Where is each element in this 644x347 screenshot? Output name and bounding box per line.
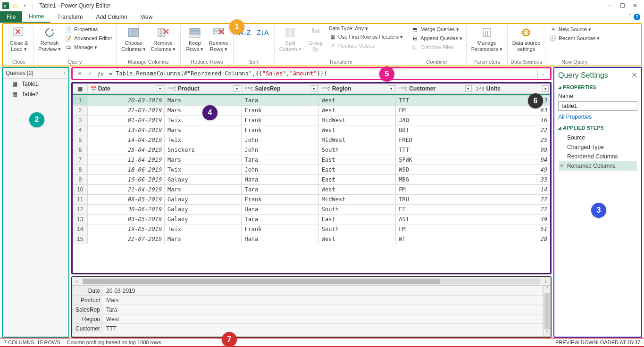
row-number[interactable]: 6 bbox=[73, 145, 88, 155]
cell-salesrep[interactable]: John bbox=[242, 135, 318, 145]
cell-customer[interactable]: WSD bbox=[396, 165, 473, 175]
choose-columns-button[interactable]: Choose Columns ▾ bbox=[119, 25, 148, 53]
cell-units[interactable]: 25 bbox=[473, 135, 550, 145]
table-row[interactable]: 1522-07-2019MarsHanaWestWT28 bbox=[73, 234, 550, 244]
cell-customer[interactable]: TTT bbox=[396, 145, 473, 155]
table-row[interactable]: 1230-06-2019GalaxyHanaSouthET77 bbox=[73, 205, 550, 215]
cell-customer[interactable]: JAQ bbox=[396, 116, 473, 125]
cell-region[interactable]: East bbox=[318, 165, 395, 175]
cell-region[interactable]: West bbox=[318, 106, 395, 116]
cell-date[interactable]: 13-04-2019 bbox=[87, 125, 164, 135]
data-source-settings-button[interactable]: Data source settings bbox=[510, 25, 542, 53]
smiley-icon[interactable]: ☺ bbox=[11, 2, 19, 9]
keep-rows-button[interactable]: Keep Rows ▾ bbox=[184, 25, 206, 53]
cell-customer[interactable]: MBG bbox=[396, 175, 473, 185]
filter-dropdown-icon[interactable]: ▾ bbox=[542, 85, 549, 92]
column-header[interactable]: ᴬᴮCRegion▾ bbox=[318, 84, 395, 94]
cell-region[interactable]: West bbox=[318, 125, 395, 135]
detail-vscroll[interactable]: ˄ ˅ bbox=[543, 286, 551, 337]
cell-region[interactable]: South bbox=[318, 224, 395, 234]
filter-dropdown-icon[interactable]: ▾ bbox=[465, 85, 472, 92]
close-settings-icon[interactable]: ✕ bbox=[631, 71, 637, 80]
accept-formula-button[interactable]: ✓ bbox=[85, 69, 95, 78]
applied-step[interactable]: Source bbox=[559, 133, 637, 142]
scroll-left-icon[interactable]: ‹ bbox=[72, 278, 82, 285]
cell-units[interactable]: 33 bbox=[473, 175, 550, 185]
cell-salesrep[interactable]: Tara bbox=[242, 96, 318, 106]
scroll-down-icon[interactable]: ˅ bbox=[544, 330, 551, 337]
sort-desc-button[interactable]: Z↓A bbox=[254, 25, 271, 40]
cell-product[interactable]: Galaxy bbox=[165, 175, 242, 185]
remove-columns-button[interactable]: Remove Columns ▾ bbox=[149, 25, 177, 53]
row-number[interactable]: 10 bbox=[73, 185, 88, 195]
cell-date[interactable]: 19-06-2019 bbox=[87, 175, 164, 185]
cancel-formula-button[interactable]: ✕ bbox=[75, 69, 85, 78]
scroll-right-icon[interactable]: › bbox=[541, 278, 551, 285]
cell-date[interactable]: 14-04-2019 bbox=[87, 135, 164, 145]
cell-region[interactable]: MidWest bbox=[318, 195, 395, 205]
row-number[interactable]: 4 bbox=[73, 125, 88, 135]
tab-transform[interactable]: Transform bbox=[50, 11, 89, 23]
cell-units[interactable]: 51 bbox=[473, 224, 550, 234]
cell-date[interactable]: 30-06-2019 bbox=[87, 205, 164, 215]
cell-salesrep[interactable]: Hana bbox=[242, 234, 318, 244]
detail-hscroll[interactable]: ‹ › bbox=[72, 277, 551, 286]
cell-units[interactable]: 22 bbox=[473, 125, 550, 135]
row-number[interactable]: 1 bbox=[73, 96, 88, 106]
cell-product[interactable]: Twix bbox=[165, 224, 242, 234]
table-row[interactable]: 301-04-2019TwixFrankMidWestJAQ16 bbox=[73, 116, 550, 125]
cell-date[interactable]: 25-04-2019 bbox=[87, 145, 164, 155]
column-header[interactable]: ᴬᴮCCustomer▾ bbox=[396, 84, 473, 94]
cell-salesrep[interactable]: Tara bbox=[242, 155, 318, 165]
cell-salesrep[interactable]: Frank bbox=[242, 116, 318, 125]
applied-step[interactable]: Reordered Columns bbox=[559, 152, 637, 161]
table-row[interactable]: 711-04-2019MarsTaraEastSFWK94 bbox=[73, 155, 550, 165]
cell-customer[interactable]: FM bbox=[396, 224, 473, 234]
filter-dropdown-icon[interactable]: ▾ bbox=[234, 85, 240, 92]
column-header[interactable]: ᴬᴮCSalesRep▾ bbox=[242, 84, 318, 94]
cell-product[interactable]: Galaxy bbox=[165, 195, 242, 205]
group-by-button[interactable]: Group By bbox=[304, 25, 327, 53]
row-number[interactable]: 11 bbox=[73, 195, 88, 205]
cell-customer[interactable]: ET bbox=[396, 205, 473, 215]
row-number[interactable]: 2 bbox=[73, 106, 88, 116]
close-window-button[interactable]: ✕ bbox=[633, 2, 637, 9]
cell-customer[interactable]: SFWK bbox=[396, 155, 473, 165]
table-row[interactable]: 625-04-2019SnickersJohnSouthTTT99 bbox=[73, 145, 550, 155]
applied-step[interactable]: ✕Renamed Columns bbox=[559, 161, 637, 171]
cell-salesrep[interactable]: Frank bbox=[242, 106, 318, 116]
cell-units[interactable]: 77 bbox=[473, 205, 550, 215]
table-row[interactable]: 1021-04-2019MarsTaraWestFM14 bbox=[73, 185, 550, 195]
properties-button[interactable]: 📄Properties bbox=[64, 25, 113, 33]
qat-dropdown-icon[interactable]: ▾ bbox=[21, 2, 28, 9]
cell-product[interactable]: Mars bbox=[165, 185, 242, 195]
cell-region[interactable]: West bbox=[318, 234, 395, 244]
cell-product[interactable]: Mars bbox=[165, 234, 242, 244]
manage-parameters-button[interactable]: {}Manage Parameters ▾ bbox=[469, 25, 504, 53]
cell-units[interactable]: 49 bbox=[473, 215, 550, 224]
scroll-up-icon[interactable]: ˄ bbox=[544, 286, 551, 292]
table-row[interactable]: 818-06-2019TwixJohnEastWSD49 bbox=[73, 165, 550, 175]
cell-date[interactable]: 21-03-2019 bbox=[87, 106, 164, 116]
cell-units[interactable]: 77 bbox=[473, 195, 550, 205]
merge-queries-button[interactable]: ⬒Merge Queries ▾ bbox=[410, 25, 463, 33]
advanced-editor-button[interactable]: 📝Advanced Editor bbox=[64, 34, 113, 42]
cell-region[interactable]: South bbox=[318, 205, 395, 215]
cell-units[interactable]: 49 bbox=[473, 165, 550, 175]
applied-steps-heading[interactable]: APPLIED STEPS bbox=[558, 125, 637, 131]
table-row[interactable]: 919-06-2019GalaxyHanaEastMBG33 bbox=[73, 175, 550, 185]
column-header[interactable]: ᴬᴮCProduct▾ bbox=[165, 84, 242, 94]
minimize-button[interactable]: — bbox=[607, 2, 612, 9]
collapse-queries-icon[interactable]: ‹ bbox=[64, 70, 66, 76]
tab-view[interactable]: View bbox=[134, 11, 159, 23]
query-name-input[interactable] bbox=[558, 101, 637, 111]
cell-salesrep[interactable]: Tara bbox=[242, 215, 318, 224]
cell-product[interactable]: Mars bbox=[165, 155, 242, 165]
cell-customer[interactable]: WT bbox=[396, 234, 473, 244]
all-properties-link[interactable]: All Properties bbox=[558, 114, 637, 120]
cell-region[interactable]: West bbox=[318, 96, 395, 106]
select-all-cell[interactable]: ▦ bbox=[73, 84, 88, 94]
cell-date[interactable]: 03-05-2019 bbox=[87, 215, 164, 224]
row-number[interactable]: 8 bbox=[73, 165, 88, 175]
cell-salesrep[interactable]: Hana bbox=[242, 175, 318, 185]
